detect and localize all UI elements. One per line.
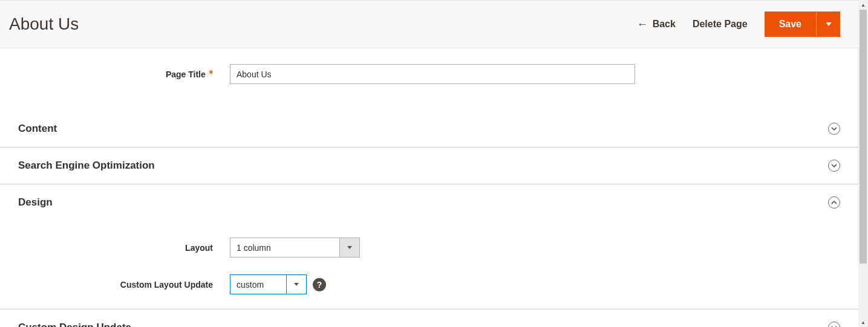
chevron-down-icon: [828, 160, 840, 172]
scrollbar[interactable]: ▲ ▲: [858, 0, 868, 327]
page-title: About Us: [9, 15, 79, 34]
page-title-row: Page Title *: [0, 56, 858, 92]
save-button[interactable]: Save: [765, 11, 816, 37]
page-header: About Us ← Back Delete Page Save: [0, 0, 858, 48]
chevron-up-icon: [828, 196, 840, 209]
custom-layout-select-value: custom: [230, 274, 287, 294]
section-seo-title: Search Engine Optimization: [18, 160, 155, 172]
section-design[interactable]: Design: [0, 184, 858, 221]
layout-select[interactable]: 1 column: [230, 238, 360, 257]
caret-down-icon: [287, 274, 307, 294]
back-label: Back: [653, 19, 676, 30]
save-dropdown-button[interactable]: [816, 11, 840, 37]
scroll-up-icon[interactable]: ▲: [858, 0, 868, 10]
chevron-down-icon: [828, 123, 840, 135]
save-split-button: Save: [765, 11, 840, 37]
caret-down-icon: [826, 21, 832, 27]
page-title-label-col: Page Title *: [18, 69, 230, 80]
design-fields: Layout 1 column Custom Layout Update cus…: [0, 221, 858, 309]
section-content-title: Content: [18, 123, 57, 135]
section-design-title: Design: [18, 196, 53, 209]
custom-layout-row: Custom Layout Update custom ?: [18, 274, 840, 294]
section-custom-design-update-title: Custom Design Update: [18, 322, 131, 327]
page-title-input[interactable]: [230, 64, 635, 84]
header-actions: ← Back Delete Page Save: [637, 11, 840, 37]
custom-layout-label: Custom Layout Update: [18, 280, 230, 290]
chevron-down-icon: [828, 322, 840, 327]
section-custom-design-update[interactable]: Custom Design Update: [0, 309, 858, 327]
scrollbar-thumb[interactable]: [860, 10, 867, 264]
custom-layout-select[interactable]: custom: [230, 274, 307, 294]
layout-select-value: 1 column: [230, 238, 340, 257]
caret-down-icon: [340, 238, 360, 257]
required-star-icon: *: [209, 69, 213, 80]
section-content[interactable]: Content: [0, 111, 858, 147]
delete-page-button[interactable]: Delete Page: [687, 19, 754, 30]
back-button[interactable]: ← Back: [637, 19, 676, 30]
page-title-label: Page Title: [166, 70, 206, 79]
layout-label: Layout: [18, 243, 230, 253]
help-icon[interactable]: ?: [313, 278, 326, 291]
arrow-left-icon: ←: [637, 19, 648, 30]
section-seo[interactable]: Search Engine Optimization: [0, 147, 858, 184]
layout-row: Layout 1 column: [18, 238, 840, 257]
scroll-down-icon[interactable]: ▲: [858, 317, 868, 327]
